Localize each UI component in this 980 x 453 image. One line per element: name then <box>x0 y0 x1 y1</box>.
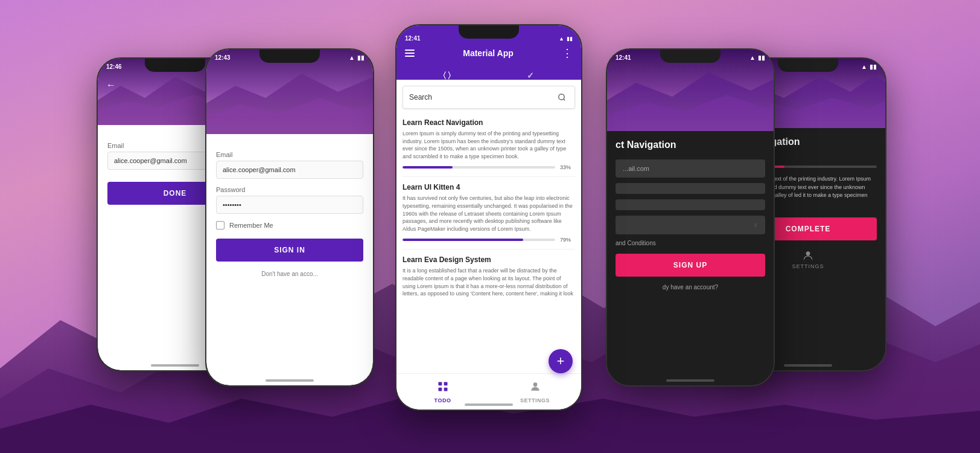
phone-4-notch <box>660 50 721 63</box>
phone-4-email-input[interactable]: ...ail.com <box>616 159 765 178</box>
already-account-text: dy have an account? <box>616 284 765 291</box>
progress-fill-2 <box>402 239 523 241</box>
svg-point-22 <box>806 251 810 255</box>
phone-4-home-indicator <box>666 379 714 382</box>
todo-item-3: Learn Eva Design System It is a long est… <box>402 249 575 297</box>
progress-bg-1 <box>402 166 555 169</box>
signup-button-p4[interactable]: SIGN UP <box>616 254 765 277</box>
phone-3-main: 12:41 ▲ ▮▮ Material App <box>395 24 582 411</box>
three-dots-menu-icon[interactable]: ⋮ <box>562 47 573 60</box>
phone-2: 12:43 ▲ ▮▮ Email Password Remember Me SI… <box>205 48 374 387</box>
phone-4-select[interactable]: ∨ <box>616 216 765 234</box>
settings-icon[interactable] <box>802 249 814 262</box>
password-label-p2: Password <box>216 186 363 193</box>
signin-button-p2[interactable]: SIGN IN <box>216 239 363 262</box>
remember-me-row: Remember Me <box>216 221 363 230</box>
email-input-p2[interactable] <box>216 161 363 179</box>
todo-item-1: Learn React Navigation Lorem Ipsum is si… <box>402 112 575 177</box>
search-icon[interactable] <box>555 91 568 104</box>
hamburger-menu-icon[interactable] <box>405 50 415 57</box>
settings-nav-label: SETTINGS <box>520 397 550 403</box>
search-bar[interactable]: Search <box>402 86 575 109</box>
todo-title-3: Learn Eva Design System <box>402 255 575 264</box>
remember-me-checkbox[interactable] <box>216 221 224 230</box>
phone-4-input-2[interactable] <box>616 183 765 194</box>
phone-3-notch <box>459 25 519 39</box>
phone-1-time: 12:46 <box>106 63 122 70</box>
phone-1-notch <box>145 59 205 72</box>
todo-grid-icon <box>437 381 449 396</box>
progress-row-2: 79% <box>402 237 575 243</box>
phone-4-screen: 12:41 ▲ ▮▮ ct Navigation ...ail.com ∨ <box>607 50 774 385</box>
phone-4-nav-title: ct Navigation <box>616 140 765 150</box>
phone-4: 12:41 ▲ ▮▮ ct Navigation ...ail.com ∨ <box>606 48 775 387</box>
phone-3-screen: 12:41 ▲ ▮▮ Material App <box>396 25 581 410</box>
svg-rect-12 <box>444 382 447 385</box>
svg-point-15 <box>533 382 537 387</box>
phone-3-home-indicator <box>465 403 513 406</box>
phone-2-screen: 12:43 ▲ ▮▮ Email Password Remember Me SI… <box>206 50 373 385</box>
todo-desc-2: It has survived not only five centuries,… <box>402 194 575 233</box>
check-icon: ✓ <box>527 71 535 80</box>
svg-point-9 <box>559 94 564 100</box>
phone-2-home-indicator <box>266 379 314 382</box>
phone-4-content: ct Navigation ...ail.com ∨ and Condition… <box>607 131 774 299</box>
phone-3-battery-icon: ▮▮ <box>567 36 573 42</box>
progress-pct-2: 79% <box>560 237 575 243</box>
phone-5-notch <box>778 59 838 72</box>
remember-me-label: Remember Me <box>229 222 273 229</box>
phone-4-time: 12:41 <box>616 54 631 61</box>
email-label-p2: Email <box>216 151 363 158</box>
phone-4-tnc: and Conditions <box>616 240 765 246</box>
todo-desc-1: Lorem Ipsum is simply dummy text of the … <box>402 130 575 160</box>
svg-rect-14 <box>444 387 447 391</box>
settings-person-icon <box>529 381 541 396</box>
svg-rect-13 <box>438 387 442 391</box>
phone-5-home-indicator <box>784 364 832 367</box>
phone-3-time: 12:41 <box>405 35 421 42</box>
todo-list: Learn React Navigation Lorem Ipsum is si… <box>396 112 581 297</box>
search-text: Search <box>409 93 555 101</box>
phone-4-input-3[interactable] <box>616 199 765 210</box>
phones-container: 12:46 ▲ ▮▮ ← Email DONE <box>0 0 980 453</box>
back-arrow-icon[interactable]: ← <box>106 80 116 91</box>
svg-rect-11 <box>438 382 442 385</box>
progress-fill-1 <box>402 166 453 169</box>
todo-title-1: Learn React Navigation <box>402 118 575 127</box>
svg-line-10 <box>564 99 565 101</box>
fab-button[interactable]: + <box>549 349 573 373</box>
no-account-text-p2: Don't have an acco... <box>216 271 363 277</box>
progress-pct-1: 33% <box>560 164 575 170</box>
phone-2-notch <box>259 50 320 63</box>
phone-2-time: 12:43 <box>215 54 231 61</box>
phone-3-nav: Material App ⋮ <box>405 47 573 60</box>
password-input-p2[interactable] <box>216 196 363 214</box>
phone-3-content: Search Learn React Navigation Lorem Ipsu… <box>396 80 581 410</box>
progress-row-1: 33% <box>402 164 575 170</box>
todo-nav-label: TODO <box>434 397 451 403</box>
todo-item-2: Learn UI Kitten 4 It has survived not on… <box>402 177 575 249</box>
phone-1-home-indicator <box>151 364 199 367</box>
todo-title-2: Learn UI Kitten 4 <box>402 183 575 191</box>
progress-bg-2 <box>402 239 555 241</box>
app-title: Material App <box>463 48 514 58</box>
settings-label-p5: SETTINGS <box>792 263 824 269</box>
todo-desc-3: It is a long established fact that a rea… <box>402 267 575 297</box>
phone-2-content: Email Password Remember Me SIGN IN Don't… <box>206 134 373 287</box>
phone-3-wifi-icon: ▲ <box>559 36 564 42</box>
